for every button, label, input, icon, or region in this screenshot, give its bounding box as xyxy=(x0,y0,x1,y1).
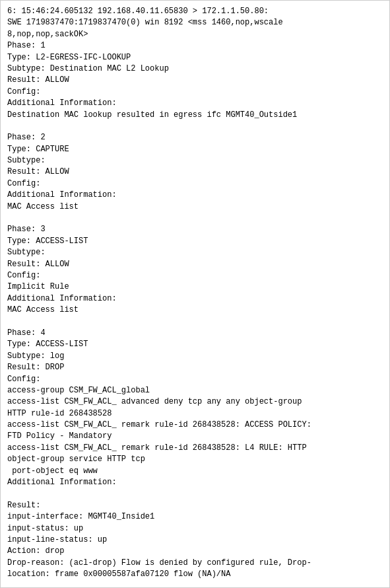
terminal-output: 6: 15:46:24.605132 192.168.40.11.65830 >… xyxy=(0,0,390,588)
